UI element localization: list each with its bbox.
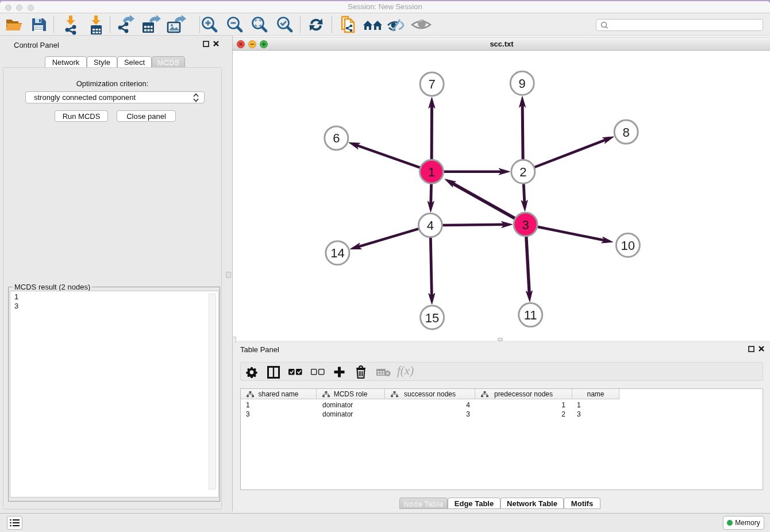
svg-text:9: 9: [519, 76, 526, 91]
svg-text:2: 2: [519, 165, 526, 179]
svg-text:14: 14: [330, 246, 344, 260]
svg-text:7: 7: [428, 77, 435, 91]
svg-text:15: 15: [425, 311, 439, 325]
svg-text:6: 6: [333, 131, 340, 145]
svg-text:3: 3: [522, 218, 529, 232]
svg-text:1: 1: [428, 165, 435, 179]
svg-text:10: 10: [621, 238, 635, 253]
svg-text:11: 11: [524, 308, 537, 322]
svg-text:4: 4: [427, 218, 434, 233]
svg-text:8: 8: [622, 125, 629, 140]
